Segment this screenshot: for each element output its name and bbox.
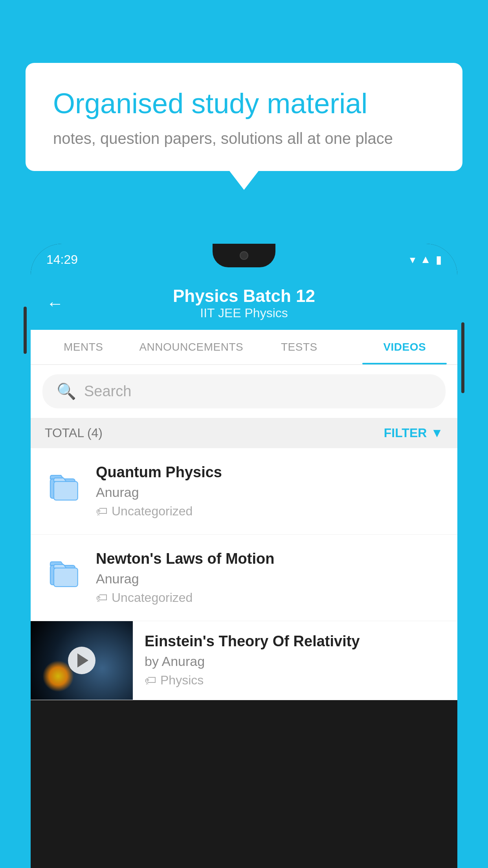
tab-tests[interactable]: TESTS xyxy=(246,330,352,364)
phone-notch xyxy=(213,244,275,267)
video-tag-2: 🏷 Uncategorized xyxy=(96,590,443,605)
svg-rect-1 xyxy=(54,482,78,500)
tabs-bar: MENTS ANNOUNCEMENTS TESTS VIDEOS xyxy=(31,330,457,365)
app-header: ← Physics Batch 12 IIT JEE Physics xyxy=(31,275,457,330)
filter-label: FILTER xyxy=(384,426,427,440)
svg-rect-3 xyxy=(54,568,78,587)
play-button[interactable] xyxy=(68,647,95,674)
filter-icon: ▼ xyxy=(431,426,443,440)
status-icons: ▾ ▲ ▮ xyxy=(410,253,442,266)
folder-icon-1 xyxy=(45,464,84,507)
video-thumbnail xyxy=(31,621,133,700)
filter-row: TOTAL (4) FILTER ▼ xyxy=(31,418,457,448)
tag-label-2: Uncategorized xyxy=(112,590,193,605)
batch-subtitle: IIT JEE Physics xyxy=(75,306,413,320)
video-tag-3: 🏷 Physics xyxy=(145,673,446,688)
video-info-3: Einstein's Theory Of Relativity by Anura… xyxy=(133,621,457,699)
tag-icon-1: 🏷 xyxy=(96,505,108,518)
phone-volume-button xyxy=(24,307,27,354)
tab-ments[interactable]: MENTS xyxy=(31,330,136,364)
speech-bubble-subtext: notes, question papers, solutions all at… xyxy=(53,130,435,147)
video-info-2: Newton's Laws of Motion Anurag 🏷 Uncateg… xyxy=(96,550,443,605)
filter-button[interactable]: FILTER ▼ xyxy=(384,426,443,440)
back-button[interactable]: ← xyxy=(46,294,64,313)
play-icon xyxy=(77,653,88,668)
video-author-1: Anurag xyxy=(96,485,443,500)
tab-videos[interactable]: VIDEOS xyxy=(352,330,457,364)
header-title-group: Physics Batch 12 IIT JEE Physics xyxy=(75,286,413,320)
tag-label-3: Physics xyxy=(160,673,204,688)
search-bar[interactable]: 🔍 Search xyxy=(42,374,446,408)
phone-power-button xyxy=(461,322,464,393)
status-time: 14:29 xyxy=(46,252,78,267)
tab-announcements[interactable]: ANNOUNCEMENTS xyxy=(136,330,246,364)
tag-label-1: Uncategorized xyxy=(112,504,193,519)
speech-bubble-heading: Organised study material xyxy=(53,86,435,120)
list-item[interactable]: Einstein's Theory Of Relativity by Anura… xyxy=(31,621,457,700)
search-placeholder: Search xyxy=(84,383,131,400)
tag-icon-3: 🏷 xyxy=(145,674,156,687)
tag-icon-2: 🏷 xyxy=(96,591,108,605)
camera-dot xyxy=(240,251,248,260)
total-count: TOTAL (4) xyxy=(45,426,103,440)
search-icon: 🔍 xyxy=(57,382,76,401)
list-item[interactable]: Newton's Laws of Motion Anurag 🏷 Uncateg… xyxy=(31,535,457,621)
video-tag-1: 🏷 Uncategorized xyxy=(96,504,443,519)
video-author-3: by Anurag xyxy=(145,654,446,669)
speech-bubble-container: Organised study material notes, question… xyxy=(26,63,462,171)
video-title-3: Einstein's Theory Of Relativity xyxy=(145,633,446,650)
battery-icon: ▮ xyxy=(436,253,442,266)
content-area: Quantum Physics Anurag 🏷 Uncategorized xyxy=(31,448,457,700)
wifi-icon: ▾ xyxy=(410,253,415,266)
status-bar: 14:29 ▾ ▲ ▮ xyxy=(31,244,457,275)
speech-bubble: Organised study material notes, question… xyxy=(26,63,462,171)
search-container: 🔍 Search xyxy=(31,365,457,418)
list-item[interactable]: Quantum Physics Anurag 🏷 Uncategorized xyxy=(31,448,457,535)
video-title-1: Quantum Physics xyxy=(96,464,443,481)
video-title-2: Newton's Laws of Motion xyxy=(96,550,443,567)
video-author-2: Anurag xyxy=(96,571,443,587)
batch-title: Physics Batch 12 xyxy=(75,286,413,306)
signal-icon: ▲ xyxy=(420,253,431,266)
phone-frame: 14:29 ▾ ▲ ▮ ← Physics Batch 12 IIT JEE P… xyxy=(31,244,457,868)
video-info-1: Quantum Physics Anurag 🏷 Uncategorized xyxy=(96,464,443,519)
folder-icon-2 xyxy=(45,550,84,594)
